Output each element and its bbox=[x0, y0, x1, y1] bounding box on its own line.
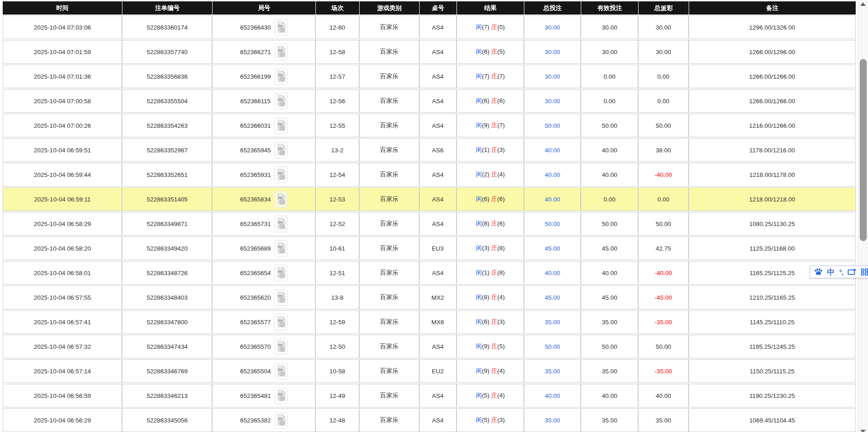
cell-time: 2025-10-04 06:57:14 bbox=[3, 359, 122, 383]
scrollbar-down-arrow-icon[interactable] bbox=[860, 430, 866, 432]
player-label: 闲 bbox=[476, 417, 482, 423]
banker-points: (3) bbox=[497, 146, 505, 153]
video-replay-button[interactable] bbox=[274, 93, 288, 110]
cell-result: 闲(6) 庄(6) bbox=[457, 89, 524, 113]
cell-game-type: 百家乐 bbox=[359, 138, 419, 162]
pinyin-punct-icon[interactable]: °, bbox=[839, 269, 843, 276]
table-row[interactable]: 2025-10-04 06:58:01522863348726652365654… bbox=[3, 261, 856, 285]
video-replay-button[interactable] bbox=[274, 68, 288, 85]
video-replay-button[interactable] bbox=[274, 240, 288, 257]
chinese-translate-icon[interactable]: 中 bbox=[827, 268, 835, 276]
video-replay-button[interactable] bbox=[274, 142, 288, 159]
video-replay-button[interactable] bbox=[274, 363, 288, 380]
table-row[interactable]: 2025-10-04 06:56:59522863346213652365481… bbox=[3, 384, 856, 407]
video-replay-button[interactable] bbox=[274, 44, 288, 60]
video-replay-button[interactable] bbox=[274, 191, 288, 208]
cell-time: 2025-10-04 06:58:29 bbox=[3, 212, 122, 236]
video-replay-button[interactable] bbox=[274, 216, 288, 232]
player-label: 闲 bbox=[476, 318, 482, 325]
video-replay-button[interactable] bbox=[274, 314, 288, 331]
round-id-text: 652365481 bbox=[240, 392, 271, 399]
screenshot-icon[interactable] bbox=[848, 268, 856, 276]
cell-total-bet-link[interactable]: 40.00 bbox=[524, 187, 580, 211]
cell-table-no: AS4 bbox=[419, 40, 457, 64]
cell-total-payout: 0.00 bbox=[638, 89, 688, 113]
video-replay-button[interactable] bbox=[274, 412, 288, 429]
apps-grid-icon[interactable] bbox=[861, 268, 868, 276]
cell-bet-id: 522863346213 bbox=[122, 384, 212, 407]
cell-total-bet-link[interactable]: 40.00 bbox=[524, 261, 580, 285]
column-header-session: 场次 bbox=[315, 1, 359, 15]
cell-session: 12-53 bbox=[315, 187, 359, 211]
column-header-bet_id: 注单编号 bbox=[122, 1, 212, 15]
cell-total-bet-link[interactable]: 30.00 bbox=[524, 40, 580, 64]
table-row[interactable]: 2025-10-04 06:57:55522863348403652365620… bbox=[3, 286, 856, 309]
video-replay-button[interactable] bbox=[274, 338, 288, 355]
player-points: (9) bbox=[482, 122, 491, 129]
cell-session: 12-52 bbox=[315, 212, 359, 236]
scrollbar-up-arrow-icon[interactable] bbox=[860, 2, 866, 6]
round-id-text: 652366199 bbox=[240, 73, 271, 80]
cell-round-id: 652366199 bbox=[212, 65, 315, 88]
table-row[interactable]: 2025-10-04 06:57:41522863347800652365577… bbox=[3, 310, 856, 334]
video-replay-button[interactable] bbox=[274, 387, 288, 404]
banker-points: (6) bbox=[497, 97, 505, 104]
video-replay-button[interactable] bbox=[274, 265, 288, 281]
table-row[interactable]: 2025-10-04 06:57:14522863346769652365504… bbox=[3, 359, 856, 383]
cell-total-bet-link[interactable]: 35.00 bbox=[524, 408, 580, 432]
cell-remark: 1266.00/1296.00 bbox=[689, 40, 856, 64]
table-row[interactable]: 2025-10-04 06:58:29522863349871652365731… bbox=[3, 212, 856, 236]
video-replay-button[interactable] bbox=[274, 117, 288, 134]
cell-total-bet-link[interactable]: 50.00 bbox=[524, 114, 580, 137]
table-row[interactable]: 2025-10-04 06:57:32522863347434652365570… bbox=[3, 335, 856, 358]
paw-icon[interactable] bbox=[814, 268, 822, 276]
cell-total-bet-link[interactable]: 30.00 bbox=[524, 89, 580, 113]
cell-remark: 1195.25/1245.25 bbox=[689, 335, 856, 358]
table-row[interactable]: 2025-10-04 07:03:06522863360174652366430… bbox=[3, 15, 856, 39]
cell-total-bet-link[interactable]: 40.00 bbox=[524, 138, 580, 162]
round-id-text: 652366430 bbox=[240, 24, 271, 31]
table-row[interactable]: 2025-10-04 06:59:11522863351405652365834… bbox=[3, 187, 856, 211]
cell-bet-id: 522863352651 bbox=[122, 163, 212, 186]
vertical-scrollbar[interactable] bbox=[858, 0, 868, 432]
video-replay-button[interactable] bbox=[274, 19, 288, 36]
cell-total-bet-link[interactable]: 45.00 bbox=[524, 286, 580, 309]
cell-total-bet-link[interactable]: 30.00 bbox=[524, 15, 580, 39]
table-row[interactable]: 2025-10-04 07:01:36522863356836652366199… bbox=[3, 65, 856, 88]
scrollbar-thumb[interactable] bbox=[860, 59, 867, 241]
video-replay-button[interactable] bbox=[274, 289, 288, 306]
table-row[interactable]: 2025-10-04 07:00:58522863355504652366115… bbox=[3, 89, 856, 113]
table-row[interactable]: 2025-10-04 07:00:26522863354263652366031… bbox=[3, 114, 856, 137]
cell-session: 10-58 bbox=[315, 359, 359, 383]
player-points: (6) bbox=[482, 97, 491, 104]
cell-round-id: 652365620 bbox=[212, 286, 315, 309]
cell-total-bet-link[interactable]: 35.00 bbox=[524, 359, 580, 383]
banker-label: 庄 bbox=[491, 24, 497, 30]
cell-bet-id: 522863352967 bbox=[122, 138, 212, 162]
cell-session: 12-50 bbox=[315, 335, 359, 358]
cell-total-bet-link[interactable]: 45.00 bbox=[524, 236, 580, 260]
banker-points: (5) bbox=[497, 48, 505, 55]
table-row[interactable]: 2025-10-04 06:56:29522863345056652365382… bbox=[3, 408, 856, 432]
cell-total-bet-link[interactable]: 50.00 bbox=[524, 212, 580, 236]
cell-time: 2025-10-04 06:56:29 bbox=[3, 408, 122, 432]
cell-time: 2025-10-04 06:58:20 bbox=[3, 236, 122, 260]
cell-total-bet-link[interactable]: 40.00 bbox=[524, 163, 580, 186]
cell-total-bet-link[interactable]: 50.00 bbox=[524, 335, 580, 358]
cell-total-bet-link[interactable]: 40.00 bbox=[524, 384, 580, 407]
column-header-table_no: 桌号 bbox=[419, 1, 457, 15]
bet-history-table: 时间注单编号局号场次游戏类别桌号结果总投注有效投注总派彩备注 2025-10-0… bbox=[3, 0, 856, 432]
table-row[interactable]: 2025-10-04 06:59:44522863352651652365931… bbox=[3, 163, 856, 186]
video-replay-button[interactable] bbox=[274, 166, 288, 183]
banker-points: (4) bbox=[497, 294, 505, 301]
cell-valid-bet: 0.00 bbox=[581, 187, 638, 211]
table-row[interactable]: 2025-10-04 06:58:20522863349420652365689… bbox=[3, 236, 856, 260]
table-row[interactable]: 2025-10-04 06:59:51522863352967652365945… bbox=[3, 138, 856, 162]
cell-result: 闲(8) 庄(6) bbox=[457, 212, 524, 236]
cell-total-bet-link[interactable]: 35.00 bbox=[524, 310, 580, 334]
cell-total-bet-link[interactable]: 30.00 bbox=[524, 65, 580, 88]
table-row[interactable]: 2025-10-04 07:01:59522863357740652366271… bbox=[3, 40, 856, 64]
cell-time: 2025-10-04 06:59:11 bbox=[3, 187, 122, 211]
cell-session: 12-59 bbox=[315, 310, 359, 334]
cell-round-id: 652365577 bbox=[212, 310, 315, 334]
